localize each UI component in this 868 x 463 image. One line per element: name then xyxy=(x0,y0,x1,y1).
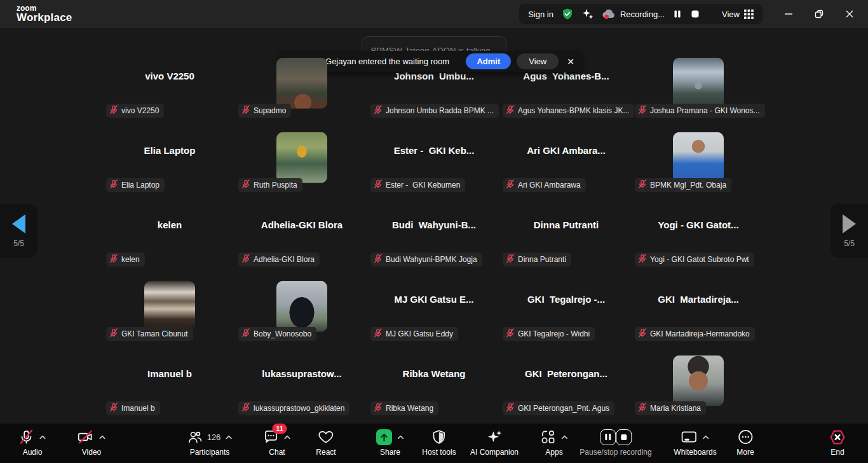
pause-recording-icon[interactable] xyxy=(672,9,682,19)
toolbar-apps-button[interactable]: Apps xyxy=(539,427,569,457)
whiteboard-icon[interactable] xyxy=(681,429,698,445)
participant-tile[interactable]: Ribka Wetang Ribka Wetang xyxy=(368,345,500,420)
chevron-up-icon xyxy=(283,433,292,441)
participant-display-name: Agus Yohanes-B... xyxy=(500,71,632,81)
view-waiting-room-button[interactable]: View xyxy=(517,53,559,69)
participant-photo-ruth xyxy=(276,132,327,183)
participant-tile[interactable]: Ari GKI Ambara... Ari GKI Ambarawa xyxy=(500,122,632,197)
participant-name-tag: vivo V2250 xyxy=(106,104,164,118)
video-muted-icon[interactable] xyxy=(77,429,95,445)
toolbar-audio-button[interactable]: Audio xyxy=(18,427,47,457)
toolbar-recording-controls-button[interactable]: Pause/stop recording xyxy=(580,427,651,457)
participants-icon[interactable] xyxy=(187,429,203,445)
muted-mic-icon xyxy=(638,254,647,266)
participant-tile[interactable]: Maria Kristiana xyxy=(632,345,764,420)
chevron-up-icon[interactable] xyxy=(98,433,107,441)
admit-button[interactable]: Admit xyxy=(466,53,511,69)
chevron-up-icon[interactable] xyxy=(39,433,47,441)
participant-display-name: GKI Tegalrejo -... xyxy=(500,294,632,305)
meeting-canvas: vivo V2250 vivo V2250 Supadmo Johnson Um… xyxy=(0,28,868,424)
next-page-button[interactable]: 5/5 xyxy=(831,204,868,258)
page-indicator-left: 5/5 xyxy=(13,239,24,248)
stop-recording-icon[interactable] xyxy=(690,9,700,19)
toolbar-audio-label: Audio xyxy=(23,448,43,457)
muted-mic-icon xyxy=(374,403,383,415)
participant-name-tag: Supadmo xyxy=(238,104,291,118)
ai-companion-sparkle-icon[interactable] xyxy=(581,8,594,20)
chevron-up-icon[interactable] xyxy=(560,433,569,441)
participant-tile[interactable]: vivo V2250 vivo V2250 xyxy=(104,48,236,122)
participant-tile[interactable]: Yogi - GKI Gatot... Yogi - GKI Gatot Sub… xyxy=(632,197,764,271)
toolbar-ai-companion-button[interactable]: AI Companion xyxy=(470,427,519,457)
muted-mic-icon xyxy=(374,105,383,117)
participant-tag-text: BPMK Mgl_Pdt. Obaja xyxy=(650,181,726,190)
participant-tile[interactable]: MJ GKI Gatsu E... MJ GKI Gatsu Eddy xyxy=(368,271,500,345)
participant-display-name: GKI Peterongan... xyxy=(500,368,632,379)
end-call-icon[interactable] xyxy=(828,429,847,446)
toolbar-share-label: Share xyxy=(380,448,400,457)
participant-name-tag: GKI Martadireja-Hermandoko xyxy=(635,327,755,341)
participant-name-tag: Elia Laptop xyxy=(106,178,165,192)
restore-button[interactable] xyxy=(807,4,831,24)
toolbar-chat-button[interactable]: 11Chat xyxy=(263,427,292,457)
muted-mic-icon xyxy=(241,254,250,266)
participant-display-name: Adhelia-GKI Blora xyxy=(236,219,368,230)
apps-icon[interactable] xyxy=(539,429,557,445)
participant-tag-text: Dinna Putranti xyxy=(518,255,566,264)
participant-tile[interactable]: kelen kelen xyxy=(104,197,236,271)
chat-icon[interactable]: 11 xyxy=(263,429,280,445)
participant-tag-text: Supadmo xyxy=(254,106,286,115)
toolbar-react-button[interactable]: React xyxy=(316,427,336,457)
encryption-shield-icon[interactable] xyxy=(561,8,574,20)
participant-tile[interactable]: GKI Martadireja... GKI Martadireja-Herma… xyxy=(632,271,764,345)
meeting-status-pill: Sign in Recording... View xyxy=(519,4,763,24)
view-button[interactable]: View xyxy=(722,10,754,19)
toolbar-participants-button[interactable]: 126Participants xyxy=(187,427,233,457)
participant-tile[interactable]: Boby_Wonosobo xyxy=(236,271,368,345)
toolbar-host-tools-button[interactable]: Host tools xyxy=(422,427,456,457)
participant-tile[interactable]: Ruth Puspita xyxy=(236,122,368,197)
previous-page-button[interactable]: 5/5 xyxy=(0,204,37,258)
participant-tile[interactable]: Dinna Putranti Dinna Putranti xyxy=(500,197,632,271)
muted-mic-icon xyxy=(241,105,250,117)
participant-tile[interactable]: lukassuprastow... lukassuprastowo_gkikla… xyxy=(236,345,368,420)
participant-tile[interactable]: GKI Taman Cibunut xyxy=(104,271,236,345)
participant-tile[interactable]: GKI Peterongan... GKI Peterongan_Pnt. Ag… xyxy=(500,345,632,420)
participant-tile[interactable]: Joshua Pramana - GKI Wonos... xyxy=(632,48,764,122)
participant-tile[interactable]: BPMK Mgl_Pdt. Obaja xyxy=(632,122,764,197)
muted-mic-icon xyxy=(109,179,118,191)
participant-display-name: Ari GKI Ambara... xyxy=(500,145,632,156)
mic-muted-icon[interactable] xyxy=(18,429,35,445)
muted-mic-icon xyxy=(506,403,515,415)
toolbar-ai-companion-label: AI Companion xyxy=(470,448,519,457)
chevron-up-icon[interactable] xyxy=(224,433,233,441)
share-icon[interactable] xyxy=(376,429,393,446)
toolbar-more-button[interactable]: More xyxy=(736,427,754,457)
toolbar-video-button[interactable]: Video xyxy=(77,427,107,457)
toolbar-whiteboards-button[interactable]: Whiteboards xyxy=(674,427,716,457)
close-window-button[interactable] xyxy=(837,4,862,24)
chevron-up-icon[interactable] xyxy=(397,433,405,441)
sign-in-button[interactable]: Sign in xyxy=(528,10,553,19)
participant-tile[interactable]: Budi Wahyuni-B... Budi Wahyuni-BPMK Jogj… xyxy=(368,197,500,271)
stop-recording-button[interactable] xyxy=(616,429,632,445)
minimize-button[interactable] xyxy=(776,4,801,24)
toolbar-end-button[interactable]: End xyxy=(828,427,847,457)
recording-status: Recording... xyxy=(602,8,665,20)
participant-tile[interactable]: GKI Tegalrejo -... GKI Tegalrejo - Widhi xyxy=(500,271,632,345)
toolbar-share-button[interactable]: Share xyxy=(376,427,405,457)
heart-icon[interactable] xyxy=(317,429,334,445)
participant-name-tag: kelen xyxy=(106,252,145,266)
participant-tile[interactable]: Imanuel b Imanuel b xyxy=(104,345,236,420)
participant-tile[interactable]: Adhelia-GKI Blora Adhelia-GKI Blora xyxy=(236,197,368,271)
participant-display-name: Ribka Wetang xyxy=(368,368,500,379)
participant-tile[interactable]: Ester - GKI Keb... Ester - GKI Kebumen xyxy=(368,122,500,197)
chevron-up-icon[interactable] xyxy=(702,433,710,441)
participant-tile[interactable]: Elia Laptop Elia Laptop xyxy=(104,122,236,197)
shield-icon[interactable] xyxy=(431,429,447,445)
sparkle-icon[interactable] xyxy=(485,429,503,446)
close-icon[interactable]: ✕ xyxy=(567,57,574,66)
pause-recording-button[interactable] xyxy=(600,429,616,445)
more-icon[interactable] xyxy=(737,429,754,445)
chevron-up-icon[interactable] xyxy=(283,433,292,441)
